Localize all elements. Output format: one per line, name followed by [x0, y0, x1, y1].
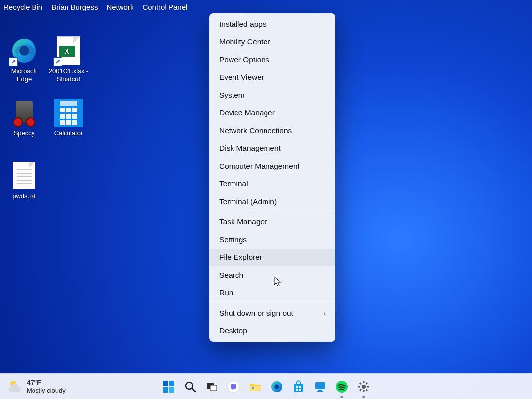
svg-point-16 [275, 384, 279, 389]
svg-rect-5 [169, 387, 174, 393]
spotify-button[interactable] [335, 380, 349, 394]
start-button[interactable] [162, 380, 175, 394]
desktop-label-network[interactable]: Network [106, 3, 133, 11]
excel-badge: X [59, 46, 75, 57]
svg-rect-4 [163, 387, 168, 393]
icon-label: 2001Q1.xlsx - [49, 67, 88, 74]
edge-taskbar-button[interactable] [270, 380, 284, 394]
desktop-icon-calculator[interactable]: Calculator [48, 99, 89, 138]
svg-line-32 [366, 389, 367, 391]
svg-rect-21 [299, 389, 301, 391]
menu-run[interactable]: Run [209, 284, 335, 302]
svg-rect-23 [318, 390, 322, 391]
icon-label: Speccy [14, 129, 35, 137]
menu-mobility-center[interactable]: Mobility Center [209, 33, 335, 51]
menu-installed-apps[interactable]: Installed apps [209, 15, 335, 33]
menu-separator [209, 303, 335, 303]
svg-rect-20 [296, 389, 298, 391]
remote-desktop-button[interactable] [313, 380, 327, 394]
svg-rect-24 [317, 391, 323, 392]
shortcut-arrow-icon: ↗ [53, 57, 62, 66]
desktop-icon-speccy[interactable]: Speccy [4, 99, 44, 138]
weather-temp: 47°F [27, 379, 41, 387]
chevron-right-icon: › [323, 309, 326, 317]
menu-device-manager[interactable]: Device Manager [209, 104, 335, 122]
desktop-icon-edge[interactable]: ↗ Microsoft Edge [4, 36, 44, 84]
menu-disk-management[interactable]: Disk Management [209, 140, 335, 157]
svg-rect-2 [163, 381, 168, 386]
mouse-cursor [274, 276, 282, 287]
svg-rect-18 [296, 386, 298, 388]
svg-line-33 [360, 389, 361, 391]
svg-rect-3 [169, 381, 174, 386]
menu-desktop[interactable]: Desktop [209, 322, 335, 340]
menu-shutdown-submenu[interactable]: Shut down or sign out › [209, 304, 335, 322]
icon-label: Edge [17, 75, 32, 83]
file-explorer-button[interactable] [248, 380, 262, 394]
svg-line-34 [366, 383, 367, 384]
taskbar: 47°F Mostly cloudy [0, 373, 532, 399]
menu-power-options[interactable]: Power Options [209, 51, 335, 69]
icon-label: pwds.txt [12, 192, 36, 200]
icon-label: Calculator [54, 129, 83, 137]
menu-settings[interactable]: Settings [209, 231, 335, 249]
excel-file-icon: X ↗ [54, 36, 83, 65]
settings-taskbar-button[interactable] [357, 380, 370, 394]
weather-icon [9, 380, 22, 393]
svg-rect-13 [250, 386, 261, 391]
svg-line-7 [192, 388, 195, 392]
menu-system[interactable]: System [209, 86, 335, 104]
menu-event-viewer[interactable]: Event Viewer [209, 69, 335, 86]
microsoft-store-button[interactable] [292, 380, 305, 394]
svg-rect-22 [315, 382, 325, 389]
taskbar-search-button[interactable] [183, 380, 197, 394]
desktop-label-control-panel[interactable]: Control Panel [142, 3, 187, 11]
menu-computer-management[interactable]: Computer Management [209, 157, 335, 175]
taskbar-center-icons [162, 380, 370, 394]
task-view-button[interactable] [205, 380, 219, 394]
icon-label: Shortcut [57, 75, 80, 83]
menu-file-explorer[interactable]: File Explorer [209, 249, 335, 266]
svg-rect-12 [231, 384, 236, 389]
menu-terminal[interactable]: Terminal [209, 175, 335, 193]
menu-terminal-admin[interactable]: Terminal (Admin) [209, 193, 335, 211]
svg-point-1 [19, 46, 29, 56]
text-file-icon [10, 162, 38, 190]
chat-button[interactable] [227, 380, 240, 394]
svg-rect-14 [252, 387, 254, 389]
menu-search[interactable]: Search [209, 266, 335, 284]
svg-rect-19 [299, 386, 301, 388]
desktop-top-row: Recycle Bin Brian Burgess Network Contro… [3, 3, 187, 11]
power-user-menu: Installed apps Mobility Center Power Opt… [209, 13, 335, 342]
speccy-icon [10, 99, 38, 127]
menu-network-connections[interactable]: Network Connections [209, 122, 335, 140]
desktop-label-user-folder[interactable]: Brian Burgess [51, 3, 98, 11]
calculator-icon [54, 99, 83, 127]
svg-line-31 [360, 383, 361, 384]
shortcut-arrow-icon: ↗ [9, 57, 18, 66]
svg-rect-17 [294, 384, 303, 392]
edge-icon: ↗ [10, 36, 38, 65]
icon-label: Microsoft [11, 67, 37, 74]
svg-rect-9 [210, 385, 217, 391]
taskbar-weather-widget[interactable]: 47°F Mostly cloudy [0, 379, 66, 395]
weather-desc: Mostly cloudy [27, 387, 66, 394]
menu-task-manager[interactable]: Task Manager [209, 213, 335, 231]
svg-point-26 [362, 385, 366, 389]
menu-separator [209, 212, 335, 212]
desktop-icon-excel-shortcut[interactable]: X ↗ 2001Q1.xlsx - Shortcut [48, 36, 89, 84]
desktop-label-recycle-bin[interactable]: Recycle Bin [3, 3, 42, 11]
desktop-icon-pwds-txt[interactable]: pwds.txt [4, 162, 44, 201]
